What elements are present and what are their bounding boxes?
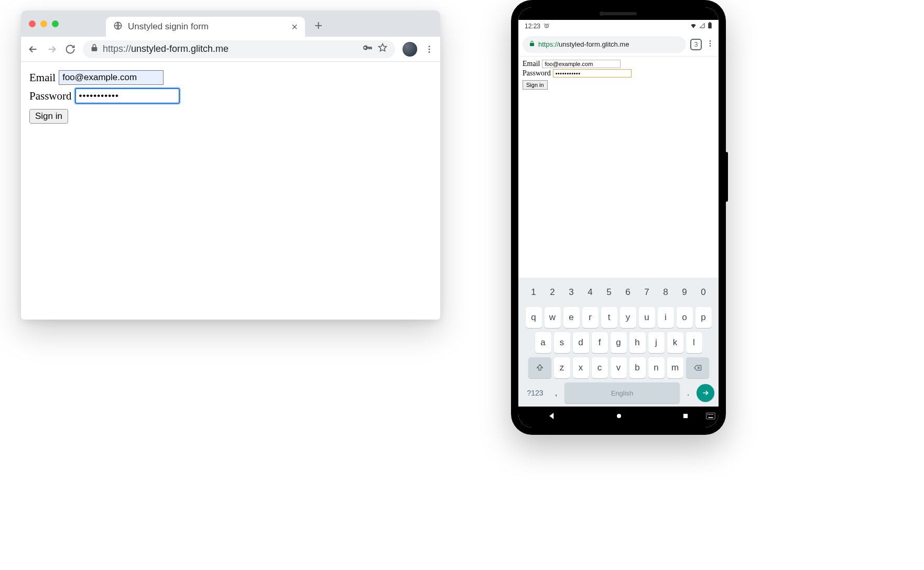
android-nav-bar [518,407,719,428]
key-2[interactable]: 2 [545,282,561,303]
chrome-menu-button[interactable] [706,39,714,50]
svg-point-10 [617,414,621,418]
svg-point-9 [710,45,711,47]
key-4[interactable]: 4 [582,282,599,303]
svg-rect-6 [709,22,711,23]
key-h[interactable]: h [629,332,646,353]
address-bar[interactable]: https://unstyled-form.glitch.me [83,40,395,58]
mobile-password-label: Password [523,69,551,78]
key-w[interactable]: w [545,307,561,328]
key-z[interactable]: z [554,357,570,378]
mobile-browser-toolbar: https://unstyled-form.glitch.me 3 [518,32,719,57]
key-icon[interactable] [362,42,373,56]
key-s[interactable]: s [554,332,570,353]
key-k[interactable]: k [667,332,683,353]
phone-notch [518,7,719,20]
mobile-address-bar[interactable]: https://unstyled-form.glitch.me [523,36,686,53]
svg-point-8 [710,42,711,44]
key-0[interactable]: 0 [695,282,712,303]
key-9[interactable]: 9 [677,282,693,303]
key-y[interactable]: y [620,307,636,328]
key-v[interactable]: v [611,357,627,378]
backspace-key[interactable] [686,357,709,378]
email-input[interactable] [59,70,164,85]
key-8[interactable]: 8 [658,282,674,303]
nav-home-icon[interactable] [615,412,623,422]
profile-avatar[interactable] [403,42,417,57]
key-q[interactable]: q [526,307,542,328]
key-1[interactable]: 1 [526,282,542,303]
key-n[interactable]: n [648,357,665,378]
mobile-password-input[interactable] [553,69,632,78]
maximize-window-button[interactable] [52,20,59,27]
minimize-window-button[interactable] [40,20,47,27]
key-r[interactable]: r [582,307,599,328]
reload-button[interactable] [65,44,75,54]
keyboard-row-1: qwertyuiop [520,307,716,328]
key-6[interactable]: 6 [620,282,636,303]
key-d[interactable]: d [573,332,589,353]
key-m[interactable]: m [667,357,683,378]
key-j[interactable]: j [648,332,665,353]
keyboard-bottom-row: ?123 , English . [520,382,716,403]
symbols-key[interactable]: ?123 [523,389,548,397]
comma-key[interactable]: , [551,382,561,403]
key-c[interactable]: c [592,357,608,378]
email-label: Email [29,71,56,84]
chrome-menu-button[interactable] [425,45,434,54]
key-b[interactable]: b [629,357,646,378]
tab-title: Unstyled signin form [128,21,286,32]
svg-point-7 [710,40,711,42]
key-5[interactable]: 5 [601,282,617,303]
enter-key[interactable] [697,384,714,402]
alarm-icon [543,23,550,30]
status-bar: 12:23 [518,20,719,32]
nav-back-icon[interactable] [548,412,556,422]
page-content: Email Password Sign in [21,62,440,132]
svg-rect-16 [712,414,713,415]
key-x[interactable]: x [573,357,589,378]
signin-button[interactable]: Sign in [29,109,68,124]
key-f[interactable]: f [592,332,608,353]
close-tab-button[interactable]: × [291,21,298,33]
svg-point-2 [429,48,430,50]
globe-icon [113,21,123,32]
password-input[interactable] [75,88,180,104]
phone-power-button [725,152,728,202]
mobile-signin-button[interactable]: Sign in [523,80,548,90]
key-g[interactable]: g [611,332,627,353]
close-window-button[interactable] [29,20,36,27]
browser-tab[interactable]: Unstyled signin form × [106,17,305,37]
svg-rect-15 [711,414,712,415]
key-a[interactable]: a [535,332,551,353]
mobile-email-input[interactable] [542,60,621,68]
bookmark-star-icon[interactable] [377,42,388,56]
mobile-email-label: Email [523,60,540,68]
lock-icon [529,40,535,48]
forward-button[interactable] [46,43,58,55]
battery-icon [708,22,712,30]
key-3[interactable]: 3 [563,282,580,303]
password-label: Password [29,90,72,103]
key-p[interactable]: p [695,307,712,328]
key-o[interactable]: o [677,307,693,328]
key-t[interactable]: t [601,307,617,328]
spacebar-key[interactable]: English [564,382,680,403]
svg-rect-17 [709,417,713,418]
desktop-chrome-window: Unstyled signin form × + https://unstyle… [21,10,440,320]
mobile-phone-frame: 12:23 ht [511,0,726,435]
key-l[interactable]: l [686,332,702,353]
new-tab-button[interactable]: + [314,17,322,34]
key-i[interactable]: i [658,307,674,328]
browser-toolbar: https://unstyled-form.glitch.me [21,37,440,62]
period-key[interactable]: . [683,382,693,403]
tab-count-button[interactable]: 3 [690,39,702,50]
key-u[interactable]: u [639,307,655,328]
shift-key[interactable] [528,357,551,378]
back-button[interactable] [27,43,39,55]
svg-point-3 [429,51,430,52]
nav-recent-icon[interactable] [682,412,689,422]
key-e[interactable]: e [563,307,580,328]
keyboard-switch-icon[interactable] [706,412,715,422]
key-7[interactable]: 7 [639,282,655,303]
